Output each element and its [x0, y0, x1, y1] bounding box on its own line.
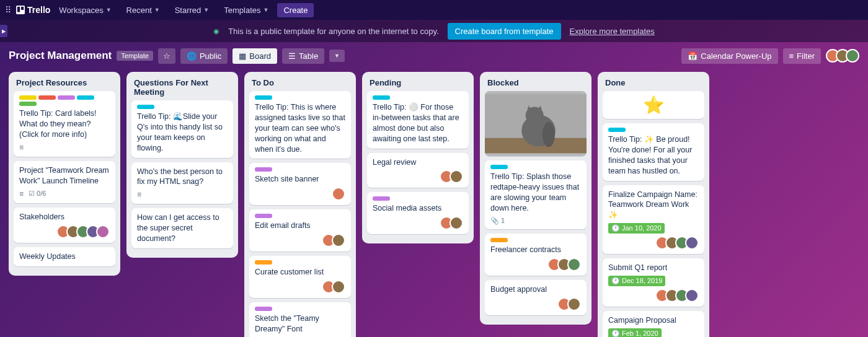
- card[interactable]: [485, 91, 587, 156]
- card-members: [373, 216, 463, 230]
- card[interactable]: Edit email drafts: [249, 209, 351, 252]
- board-members[interactable]: [826, 49, 859, 63]
- card-text: Weekly Updates: [19, 252, 110, 262]
- powerup-button[interactable]: 📅Calendar Power-Up: [681, 48, 777, 64]
- card[interactable]: Stakeholders: [14, 208, 115, 243]
- card[interactable]: Campaign Proposal🕐Feb 1, 2020: [603, 311, 704, 337]
- nav-templates[interactable]: Templates▼: [218, 3, 275, 17]
- star-button[interactable]: ☆: [158, 48, 175, 64]
- avatar[interactable]: [450, 170, 463, 183]
- list: Done⭐Trello Tip: ✨ Be proud! You're done…: [598, 72, 709, 337]
- card[interactable]: Trello Tip: This is where assigned tasks…: [249, 91, 351, 159]
- template-banner: ▶ ◉ This is a public template for anyone…: [0, 20, 868, 42]
- card[interactable]: Trello Tip: Splash those redtape-heavy i…: [485, 160, 587, 229]
- card-labels: [255, 260, 345, 265]
- card[interactable]: Sketch site banner: [249, 163, 351, 205]
- chevron-down-icon: ▼: [203, 7, 209, 13]
- apps-icon[interactable]: ⠿: [5, 5, 11, 15]
- due-date-badge[interactable]: 🕐Dec 18, 2019: [608, 276, 665, 286]
- due-date-badge[interactable]: 🕐Jan 10, 2020: [608, 223, 665, 234]
- avatar[interactable]: [332, 280, 345, 294]
- card-labels: [490, 165, 581, 169]
- card[interactable]: Freelancer contracts: [485, 234, 587, 276]
- nav-starred[interactable]: Starred▼: [169, 3, 216, 17]
- card-members: [490, 258, 581, 271]
- card[interactable]: Legal review: [367, 153, 469, 188]
- card[interactable]: Curate customer list: [249, 256, 351, 298]
- svg-rect-1: [17, 7, 20, 12]
- board-canvas[interactable]: Project ResourcesTrello Tip: Card labels…: [0, 69, 868, 337]
- avatar[interactable]: [567, 258, 581, 271]
- avatar[interactable]: [685, 236, 699, 250]
- label-sky[interactable]: [255, 95, 272, 100]
- card[interactable]: Trello Tip: ⚪ For those in-between tasks…: [367, 91, 469, 149]
- card-labels: [255, 214, 345, 218]
- card[interactable]: Submit Q1 report🕐Dec 18, 2019: [603, 258, 704, 307]
- card-labels: [373, 95, 463, 100]
- label-purple[interactable]: [255, 214, 272, 218]
- avatar[interactable]: [450, 216, 463, 230]
- label-sky[interactable]: [137, 105, 154, 109]
- avatar[interactable]: [567, 297, 581, 311]
- filter-button[interactable]: ≡Filter: [783, 48, 821, 64]
- list-title[interactable]: Blocked: [485, 77, 587, 91]
- label-sky[interactable]: [490, 165, 508, 169]
- label-orange[interactable]: [255, 260, 272, 265]
- list-title[interactable]: Done: [603, 77, 704, 91]
- avatar[interactable]: [332, 234, 345, 247]
- view-board-button[interactable]: ▦Board: [232, 48, 277, 64]
- card[interactable]: Weekly Updates: [14, 247, 115, 266]
- nav-recent[interactable]: Recent▼: [120, 3, 166, 17]
- chevron-down-icon: ▼: [106, 7, 112, 13]
- list-title[interactable]: To Do: [249, 77, 351, 91]
- label-red[interactable]: [38, 95, 56, 100]
- label-orange[interactable]: [490, 238, 508, 242]
- list-title[interactable]: Pending: [367, 77, 469, 91]
- card[interactable]: ⭐: [603, 91, 704, 119]
- card[interactable]: Who's the best person to fix my HTML sna…: [131, 162, 233, 204]
- card[interactable]: Social media assets: [367, 192, 469, 234]
- card-members: [255, 234, 345, 247]
- label-purple[interactable]: [373, 196, 390, 201]
- expand-sidebar-tab[interactable]: ▶: [0, 25, 7, 37]
- card[interactable]: Trello Tip: 🌊Slide your Q's into this ha…: [131, 100, 233, 158]
- card-text: How can I get access to the super secret…: [137, 212, 228, 244]
- view-table-button[interactable]: ☰Table: [282, 48, 324, 64]
- card[interactable]: Sketch the "Teamy Dreamy" Font: [249, 302, 351, 337]
- visibility-button[interactable]: 🌐Public: [180, 48, 228, 64]
- avatar[interactable]: [685, 289, 699, 302]
- card-text: Legal review: [373, 157, 463, 168]
- trello-logo[interactable]: Trello: [16, 5, 50, 15]
- avatar[interactable]: [96, 225, 110, 239]
- list-title[interactable]: Project Resources: [14, 77, 115, 91]
- view-more-button[interactable]: ▼: [329, 50, 345, 62]
- card[interactable]: Project "Teamwork Dream Work" Launch Tim…: [14, 161, 115, 203]
- list-title[interactable]: Questions For Next Meeting: [131, 77, 233, 100]
- card[interactable]: Trello Tip: ✨ Be proud! You're done! For…: [603, 123, 704, 181]
- label-yellow[interactable]: [19, 95, 37, 100]
- card[interactable]: How can I get access to the super secret…: [131, 208, 233, 248]
- board-header: Project Management Template ☆ 🌐Public ▦B…: [0, 42, 868, 69]
- label-sky[interactable]: [77, 95, 94, 100]
- create-board-button[interactable]: Create board from template: [448, 23, 561, 40]
- card[interactable]: Trello Tip: Card labels! What do they me…: [14, 91, 115, 157]
- label-sky[interactable]: [608, 128, 626, 132]
- due-date-badge[interactable]: 🕐Feb 1, 2020: [608, 328, 662, 337]
- card-members: [255, 280, 345, 294]
- card-text: Campaign Proposal: [608, 315, 699, 326]
- table-icon: ☰: [288, 51, 296, 61]
- card-text: Trello Tip: 🌊Slide your Q's into this ha…: [137, 112, 228, 154]
- nav-workspaces[interactable]: Workspaces▼: [53, 3, 117, 17]
- card[interactable]: Finalize Campaign Name: Teamwork Dream W…: [603, 185, 704, 255]
- card-members: [373, 170, 463, 183]
- label-sky[interactable]: [373, 95, 390, 100]
- list: BlockedTrello Tip: Splash those redtape-…: [480, 72, 591, 325]
- label-green[interactable]: [19, 102, 37, 106]
- avatar[interactable]: [332, 187, 345, 201]
- label-purple[interactable]: [58, 95, 75, 100]
- label-purple[interactable]: [255, 307, 272, 311]
- card[interactable]: Budget approval: [485, 280, 587, 315]
- label-purple[interactable]: [255, 167, 272, 172]
- explore-templates-link[interactable]: Explore more templates: [570, 27, 655, 36]
- create-button[interactable]: Create: [277, 3, 314, 17]
